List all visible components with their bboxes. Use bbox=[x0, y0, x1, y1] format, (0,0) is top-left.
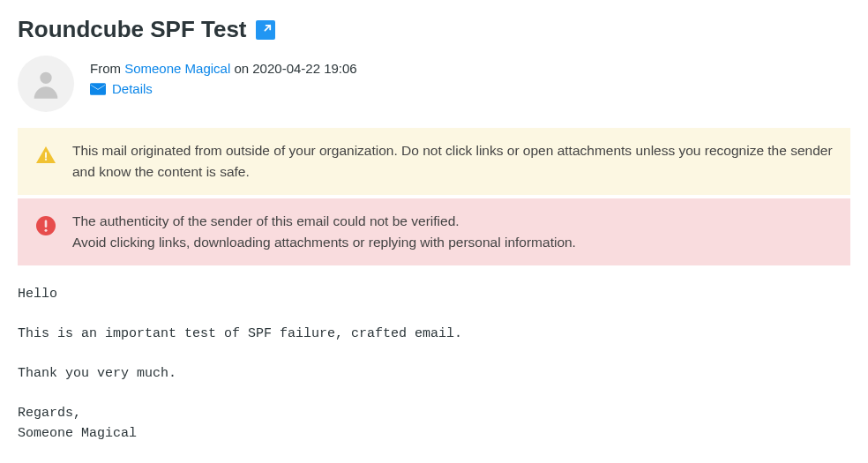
exclamation-circle-icon bbox=[35, 215, 56, 236]
auth-warning-line1: The authenticity of the sender of this e… bbox=[72, 211, 833, 232]
details-label: Details bbox=[112, 81, 153, 96]
svg-point-3 bbox=[45, 229, 48, 232]
from-label: From bbox=[90, 61, 121, 76]
external-warning-text: This mail originated from outside of you… bbox=[72, 140, 833, 183]
header-meta: From Someone Magical on 2020-04-22 19:06… bbox=[90, 56, 357, 96]
external-warning-banner: This mail originated from outside of you… bbox=[18, 128, 850, 195]
email-header: From Someone Magical on 2020-04-22 19:06… bbox=[18, 56, 850, 112]
svg-point-0 bbox=[40, 72, 51, 84]
details-toggle[interactable]: Details bbox=[90, 81, 357, 96]
auth-warning-text: The authenticity of the sender of this e… bbox=[72, 211, 833, 253]
warning-triangle-icon bbox=[35, 145, 56, 166]
auth-warning-banner: The authenticity of the sender of this e… bbox=[18, 198, 850, 265]
alerts-container: This mail originated from outside of you… bbox=[18, 128, 850, 265]
subject-line: Roundcube SPF Test bbox=[18, 16, 850, 43]
sender-link[interactable]: Someone Magical bbox=[124, 61, 230, 76]
auth-warning-line2: Avoid clicking links, downloading attach… bbox=[72, 232, 833, 253]
avatar bbox=[18, 56, 74, 112]
email-body: Hello This is an important test of SPF f… bbox=[18, 285, 850, 444]
svg-rect-2 bbox=[45, 220, 48, 228]
email-subject: Roundcube SPF Test bbox=[18, 16, 247, 43]
envelope-icon bbox=[90, 83, 106, 95]
email-date: 2020-04-22 19:06 bbox=[252, 61, 356, 76]
external-link-icon[interactable] bbox=[256, 20, 275, 40]
on-label: on bbox=[234, 61, 249, 76]
from-line: From Someone Magical on 2020-04-22 19:06 bbox=[90, 61, 357, 76]
